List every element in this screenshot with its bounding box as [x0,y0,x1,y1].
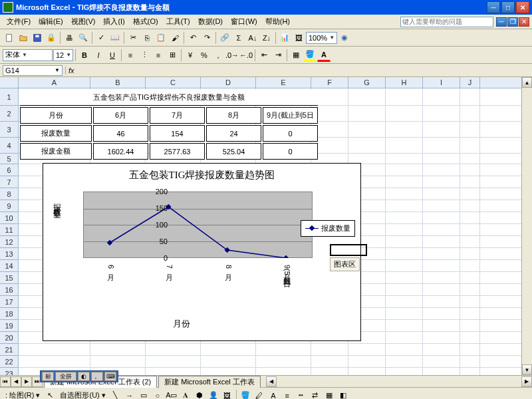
table-cell[interactable]: 报废金额 [20,143,92,160]
zoom-combo[interactable]: 100%▼ [306,32,337,44]
font-color-button[interactable]: A [317,49,331,62]
increase-indent-button[interactable]: ⇥ [271,49,285,62]
currency-button[interactable]: ¥ [184,49,197,62]
shadow-button[interactable]: ▦ [323,389,336,400]
wordart-button[interactable]: 𝐀 [179,389,192,400]
draw-menu[interactable]: : 绘图(R) ▾ [3,390,43,399]
font-size-combo[interactable]: 12▼ [53,49,73,61]
ime-mode-icon[interactable]: 标 [42,372,54,381]
italic-button[interactable]: I [92,49,105,62]
menu-item[interactable]: 格式(O) [129,15,162,28]
borders-button[interactable]: ▦ [289,49,303,62]
name-box[interactable]: G14▼ [3,65,63,76]
save-button[interactable] [31,31,44,45]
doc-restore-button[interactable]: ❐ [507,17,518,27]
column-header[interactable]: I [423,77,460,88]
row-header[interactable]: 10 [0,212,18,224]
row-header[interactable]: 6 [0,164,18,176]
undo-button[interactable]: ↶ [186,31,200,45]
row-header[interactable]: 1 [0,88,18,106]
scroll-right-button[interactable]: ▶ [521,376,532,387]
table-cell[interactable]: 46 [93,125,148,142]
row-header[interactable]: 23 [0,368,18,375]
table-header-cell[interactable]: 6月 [93,107,148,124]
line-color-button[interactable]: 🖊 [253,389,266,400]
drawing-toggle-button[interactable]: 🖼 [292,31,305,45]
select-objects-button[interactable]: ↖ [43,389,57,400]
spelling-button[interactable]: ✓ [94,31,108,45]
percent-button[interactable]: % [198,49,211,62]
clipart-button[interactable]: 👤 [207,389,220,400]
ime-name[interactable]: 全拼 [55,372,76,381]
horizontal-scrollbar[interactable]: ◀ ▶ [266,376,532,387]
menu-item[interactable]: 插入(I) [99,15,128,28]
doc-close-button[interactable]: ✕ [519,17,529,27]
doc-minimize-button[interactable]: ─ [496,17,507,27]
table-cell[interactable]: 1602.44 [93,143,148,160]
formula-input[interactable]: fx [65,66,532,74]
menu-item[interactable]: 窗口(W) [227,15,261,28]
open-button[interactable] [17,31,30,45]
print-button[interactable]: 🖶 [63,31,76,45]
line-button[interactable]: ╲ [109,389,122,400]
table-cell[interactable]: 0 [263,125,318,142]
textbox-button[interactable]: A▭ [165,389,178,400]
format-painter-button[interactable]: 🖌 [168,31,182,45]
row-header[interactable]: 14 [0,260,18,272]
row-header[interactable]: 11 [0,224,18,236]
align-right-button[interactable]: ≡ [152,49,165,62]
table-cell[interactable]: 0 [263,143,318,160]
ime-shape-icon[interactable]: ◐ [78,372,90,381]
permission-button[interactable]: 🔒 [45,31,58,45]
sheet-tab[interactable]: 新建 Microsoft Excel 工作表 [158,376,261,388]
vertical-scrollbar[interactable]: ▲ ▼ [521,77,532,375]
column-header[interactable]: H [386,77,423,88]
paste-button[interactable]: 📋 [154,31,168,45]
fill-color-draw-button[interactable]: 🪣 [239,389,252,400]
align-center-button[interactable]: ⋮ [138,49,151,62]
menu-item[interactable]: 视图(V) [67,15,100,28]
menu-item[interactable]: 帮助(H) [261,15,294,28]
chart[interactable]: 五金包装TIG焊接报废数量趋势图 报废数量 050100150200 6月7月8… [43,163,361,341]
line-style-button[interactable]: ≡ [281,389,294,400]
active-cell[interactable] [330,244,367,256]
ime-toolbar[interactable]: 标 全拼 ◐ 。 ⌨ [40,370,118,382]
comma-button[interactable]: , [211,49,225,62]
ime-punct-icon[interactable]: 。 [91,372,103,381]
bold-button[interactable]: B [78,49,91,62]
increase-decimal-button[interactable]: .0→ [225,49,239,62]
column-header[interactable]: E [256,77,311,88]
chart-area-button[interactable]: 图表区 [330,257,360,271]
column-header[interactable]: A [19,77,90,88]
menu-item[interactable]: 数据(D) [194,15,227,28]
print-preview-button[interactable]: 🔍 [76,31,90,45]
row-header[interactable]: 17 [0,296,18,308]
row-header[interactable]: 15 [0,272,18,284]
column-header[interactable]: D [201,77,256,88]
minimize-button[interactable]: ─ [487,1,500,13]
fill-color-button[interactable]: 🪣 [303,49,317,62]
align-left-button[interactable]: ≡ [124,49,137,62]
row-header[interactable]: 7 [0,176,18,188]
sort-desc-button[interactable]: Z↓ [260,31,273,45]
table-cell[interactable]: 24 [206,125,261,142]
oval-button[interactable]: ○ [151,389,164,400]
row-header[interactable]: 2 [0,106,18,122]
table-header-cell[interactable]: 月份 [20,107,92,124]
table-header-cell[interactable]: 9月(截止到5日 [263,107,318,124]
cut-button[interactable]: ✂ [126,31,140,45]
table-cell[interactable]: 525.04 [206,143,261,160]
menu-item[interactable]: 编辑(E) [35,15,67,28]
sort-asc-button[interactable]: A↓ [246,31,259,45]
maximize-button[interactable]: □ [501,1,515,13]
scroll-up-button[interactable]: ▲ [522,77,532,88]
chart-wizard-button[interactable]: 📊 [278,31,291,45]
font-color-draw-button[interactable]: A [267,389,280,400]
3d-button[interactable]: ◧ [336,389,350,400]
select-all-corner[interactable] [0,77,19,88]
underline-button[interactable]: U [106,49,119,62]
autoshapes-menu[interactable]: 自选图形(U) ▾ [57,390,108,399]
row-header[interactable]: 12 [0,236,18,248]
arrow-button[interactable]: → [123,389,136,400]
redo-button[interactable]: ↷ [200,31,213,45]
